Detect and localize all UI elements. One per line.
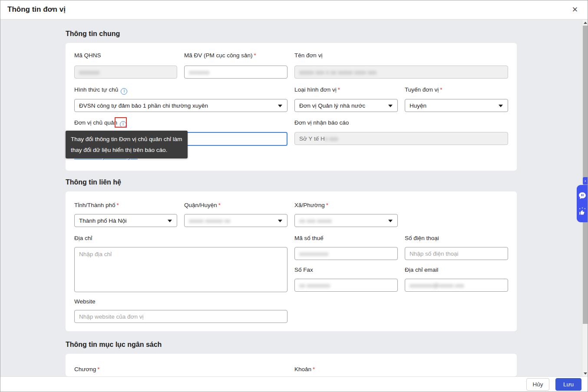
- chevron-down-icon: [499, 105, 503, 107]
- unit-info-dialog: Thông tin đơn vị × Thông tin chung Mã QH…: [0, 0, 588, 392]
- chevron-down-icon: [168, 220, 172, 222]
- required-marker: *: [97, 366, 99, 372]
- label-ma-so-thue: Mã số thuế: [294, 235, 324, 241]
- redacted-value: xxxxxxxxxx: [299, 250, 329, 257]
- redacted-value: xxxxx xxxxxx xx: [189, 217, 230, 224]
- dialog-titlebar: Thông tin đơn vị ×: [0, 0, 588, 20]
- chevron-down-icon: [388, 220, 393, 222]
- ma-so-thue-field[interactable]: xxxxxxxxxx: [294, 247, 398, 260]
- dia-chi-textarea[interactable]: [74, 247, 287, 292]
- loai-hinh-don-vi-select[interactable]: Đơn vị Quản lý nhà nước: [294, 99, 398, 112]
- widget-expand-tab[interactable]: ›: [583, 177, 588, 184]
- tuyen-don-vi-select[interactable]: Huyện: [405, 99, 508, 112]
- xa-phuong-select[interactable]: xx xxx xxxxx: [294, 214, 398, 227]
- chevron-right-icon: ›: [585, 178, 586, 183]
- required-marker: *: [313, 366, 315, 372]
- required-marker: *: [326, 202, 328, 208]
- scroll-up-icon[interactable]: [582, 20, 588, 26]
- required-marker: *: [440, 86, 442, 93]
- label-dia-chi: Địa chỉ: [74, 235, 92, 241]
- redacted-value: xx xxx xxxxx: [299, 217, 332, 224]
- chevron-down-icon: [278, 220, 282, 222]
- redacted-value: xxxxxxx: [79, 69, 99, 76]
- label-ma-qhns: Mã QHNS: [74, 52, 101, 59]
- dialog-footer: Hủy Lưu: [0, 376, 588, 392]
- rating-thumbs-up-icon[interactable]: [578, 207, 587, 216]
- website-input[interactable]: [74, 310, 287, 323]
- info-icon[interactable]: i: [121, 88, 127, 95]
- dia-chi-email-field[interactable]: xxxxxxxx@xxxxx.xxx: [405, 279, 508, 292]
- tooltip-line-1: Thay đổi thông tin Đơn vị chủ quản chỉ l…: [71, 134, 182, 145]
- ma-dv-field[interactable]: xxxxxxx: [184, 66, 287, 79]
- label-website: Website: [74, 298, 96, 305]
- feedback-widget: [577, 185, 588, 222]
- label-don-vi-nhan-bao-cao: Đơn vị nhận báo cáo: [294, 119, 349, 126]
- tinh-thanh-pho-select[interactable]: Thành phố Hà Nội: [74, 214, 177, 227]
- required-marker: *: [117, 202, 119, 208]
- redacted-value: xxxxx xxx x xx xxxxx xxxx xxx: [299, 69, 377, 76]
- card-general: Mã QHNS Mã ĐV (PM cục công sản)* Tên đơn…: [66, 43, 517, 171]
- so-fax-field[interactable]: xx xxxxxxxx: [294, 279, 398, 292]
- label-ma-dv: Mã ĐV (PM cục công sản)*: [184, 52, 256, 59]
- label-tuyen-don-vi: Tuyến đơn vị*: [405, 86, 442, 93]
- close-icon[interactable]: ×: [569, 4, 581, 15]
- label-loai-hinh-don-vi: Loại hình đơn vị*: [294, 86, 340, 93]
- label-khoan: Khoản*: [294, 366, 315, 372]
- highlight-box: [115, 117, 127, 128]
- redacted-value: xxxxxxxx@xxxxx.xxx: [410, 282, 464, 289]
- section-heading-general: Thông tin chung: [66, 30, 120, 38]
- label-xa-phuong: Xã/Phường*: [294, 202, 328, 208]
- section-heading-budget: Thông tin mục lục ngân sách: [66, 341, 162, 349]
- required-marker: *: [338, 86, 340, 93]
- ma-qhns-field: xxxxxxx: [74, 66, 177, 79]
- redacted-value: x xxx: [325, 135, 338, 142]
- don-vi-nhan-bao-cao-field: Sở Y tế Hx xxx: [294, 132, 508, 145]
- required-marker: *: [254, 52, 256, 59]
- save-button[interactable]: Lưu: [555, 378, 581, 391]
- cancel-button[interactable]: Hủy: [526, 378, 549, 391]
- ten-don-vi-field: xxxxx xxx x xx xxxxx xxxx xxx: [294, 66, 508, 79]
- redacted-value: xxxxxxx: [189, 69, 209, 76]
- scroll-down-icon[interactable]: [582, 371, 588, 376]
- label-tinh-thanh-pho: Tỉnh/Thành phố*: [74, 202, 119, 208]
- section-heading-contact: Thông tin liên hệ: [66, 178, 121, 186]
- card-budget: Chương* Khoản*: [66, 354, 517, 376]
- so-dien-thoai-input[interactable]: [405, 247, 508, 260]
- label-chuong: Chương*: [74, 366, 99, 372]
- label-hinh-thuc-tu-chu: Hình thức tự chủi: [74, 86, 127, 95]
- scrollbar-thumb[interactable]: [583, 26, 588, 324]
- label-dia-chi-email: Địa chỉ email: [405, 267, 438, 273]
- value-prefix: Sở Y tế H: [299, 135, 325, 142]
- label-ten-don-vi: Tên đơn vị: [294, 52, 322, 59]
- required-marker: *: [218, 202, 221, 208]
- label-so-dien-thoai: Số điện thoại: [405, 235, 439, 241]
- tooltip-line-2: thay đổi dữ liệu hiển thị trên báo cáo.: [71, 145, 182, 155]
- dialog-title: Thông tin đơn vị: [7, 5, 66, 14]
- chu-quan-tooltip: Thay đổi thông tin Đơn vị chủ quản chỉ l…: [66, 131, 188, 158]
- chevron-down-icon: [388, 105, 393, 107]
- dialog-body: Thông tin chung Mã QHNS Mã ĐV (PM cục cô…: [0, 20, 588, 376]
- card-contact: Tỉnh/Thành phố* Quận/Huyện* Xã/Phường* T…: [66, 191, 517, 331]
- chat-icon[interactable]: [578, 191, 587, 200]
- quan-huyen-select[interactable]: xxxxx xxxxxx xx: [184, 214, 287, 227]
- label-quan-huyen: Quận/Huyện*: [184, 202, 221, 208]
- redacted-value: xx xxxxxxxx: [299, 282, 330, 289]
- chevron-down-icon: [278, 105, 282, 107]
- label-so-fax: Số Fax: [294, 267, 313, 273]
- hinh-thuc-tu-chu-select[interactable]: ĐVSN công tự đảm bảo 1 phần chi thường x…: [74, 99, 287, 112]
